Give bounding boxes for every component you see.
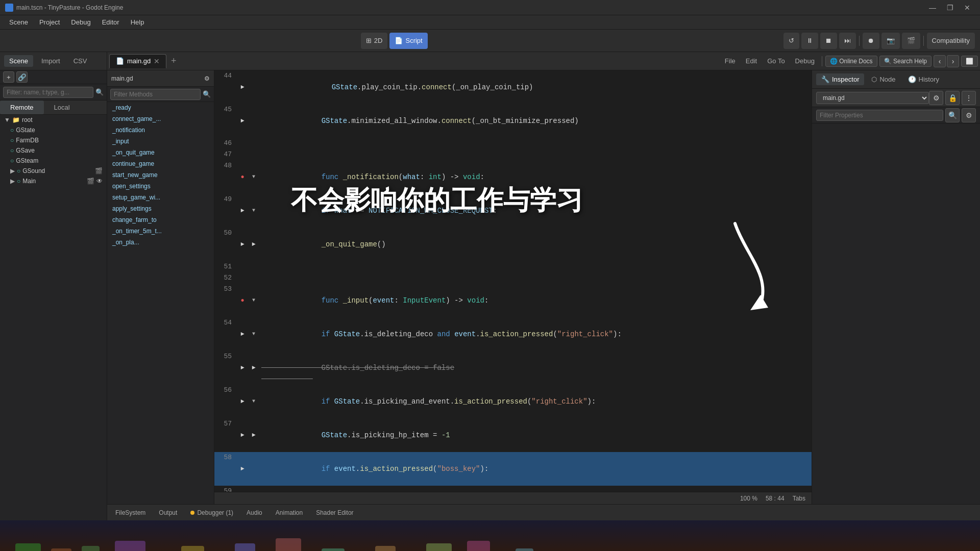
menu-editor[interactable]: Editor [97, 17, 125, 28]
reload-button[interactable]: ↺ [783, 33, 799, 49]
maximize-button[interactable]: ❐ [942, 0, 958, 15]
online-docs-button[interactable]: 🌐 Online Docs [825, 56, 877, 67]
bottom-tab-animation[interactable]: Animation [270, 507, 309, 518]
bottom-tab-debugger[interactable]: Debugger (1) [184, 507, 239, 518]
fold-56[interactable] [248, 385, 259, 418]
tree-item-root[interactable]: ▼ 📁 root [0, 115, 107, 125]
inspector-settings-icon[interactable]: ⚙ [929, 91, 943, 105]
code-line-58: 58 ► if event.is_action_pressed("boss_ke… [214, 452, 812, 486]
title-bar-controls[interactable]: — ❐ ✕ [925, 0, 975, 15]
methods-settings-icon[interactable]: ⚙ [204, 75, 210, 82]
edit-menu[interactable]: Edit [742, 56, 761, 66]
method-timer-5m[interactable]: _on_timer_5m_t... [107, 226, 214, 237]
menu-project[interactable]: Project [34, 17, 65, 28]
tree-item-farmdb[interactable]: ○ FarmDB [0, 135, 107, 145]
minimize-button[interactable]: — [925, 0, 940, 15]
node-icon-r: ⬡ [871, 76, 877, 83]
tab-inspector[interactable]: 🔧 Inspector [816, 73, 864, 85]
nav-next-button[interactable]: › [947, 55, 959, 67]
tree-item-label: GSound [22, 167, 45, 174]
title-bar: main.tscn - TinyPasture - Godot Engine —… [0, 0, 980, 15]
method-notification[interactable]: _notification [107, 124, 214, 136]
bottom-tab-output[interactable]: Output [153, 507, 183, 518]
2d-mode-button[interactable]: ⊞ 2D [361, 33, 388, 49]
search-help-button[interactable]: 🔍 Search Help [879, 56, 932, 67]
bottom-tab-audio[interactable]: Audio [240, 507, 268, 518]
fold-49[interactable] [248, 194, 259, 228]
inspector-more-icon[interactable]: ⋮ [962, 91, 976, 105]
scene-filter-input[interactable] [3, 87, 93, 98]
code-editor: 不会影响你的工作与学习 44 ► GState.play_coin_tip [214, 70, 812, 504]
methods-search: 🔍 [107, 87, 214, 102]
screenshot-button[interactable]: 📷 [881, 33, 900, 49]
tree-item-gstate[interactable]: ○ GState [0, 125, 107, 135]
add-tab-button[interactable]: + [167, 55, 180, 67]
fold-54[interactable] [248, 317, 259, 351]
fold-53[interactable] [248, 284, 259, 317]
tree-item-gsound[interactable]: ▶ ○ GSound 🎬 [0, 166, 107, 176]
file-menu[interactable]: File [721, 56, 740, 66]
bottom-tab-filesystem[interactable]: FileSystem [109, 507, 152, 518]
indent-mode: Tabs [793, 495, 805, 502]
tree-item-main[interactable]: ▶ ○ Main 🎬 👁 [0, 176, 107, 186]
method-setup-game[interactable]: setup_game_wi... [107, 192, 214, 203]
camera-button[interactable]: 🎬 [902, 33, 920, 49]
audio-label: Audio [247, 509, 262, 516]
breakpoint-53[interactable]: ● [237, 284, 248, 317]
method-on-pla[interactable]: _on_pla... [107, 237, 214, 248]
debug-menu[interactable]: Debug [791, 56, 819, 66]
tab-close-button[interactable]: ✕ [154, 57, 160, 65]
node-selector[interactable]: main.gd [816, 92, 929, 104]
node-icon: ○ [17, 178, 20, 185]
method-open-settings[interactable]: open_settings [107, 181, 214, 192]
tree-item-gsteam[interactable]: ○ GSteam [0, 156, 107, 166]
goto-menu[interactable]: Go To [763, 56, 789, 66]
link-button[interactable]: 🔗 [16, 71, 28, 83]
menu-scene[interactable]: Scene [4, 17, 33, 28]
add-node-button[interactable]: + [3, 71, 14, 83]
fold-48[interactable] [248, 160, 259, 194]
close-button[interactable]: ✕ [960, 0, 975, 15]
pause-button[interactable]: ⏸ [801, 33, 818, 49]
method-change-farm[interactable]: change_farm_to [107, 214, 214, 226]
tab-local[interactable]: Local [44, 101, 80, 114]
sprite-6 [235, 543, 255, 551]
code-content[interactable]: 44 ► GState.play_coin_tip.connect(_on_pl… [214, 70, 812, 492]
methods-filter-input[interactable] [110, 89, 201, 100]
sprite-8 [322, 548, 345, 551]
method-input[interactable]: _input [107, 136, 214, 147]
tree-item-gsave[interactable]: ○ GSave [0, 145, 107, 156]
stop-button[interactable]: ⏹ [820, 33, 837, 49]
bottom-tab-shader[interactable]: Shader Editor [310, 507, 359, 518]
tab-csv[interactable]: CSV [68, 55, 92, 67]
method-quit-game[interactable]: _on_quit_game [107, 147, 214, 158]
filter-options-icon[interactable]: ⚙ [962, 108, 976, 122]
filter-search-icon[interactable]: 🔍 [945, 108, 960, 122]
tab-history[interactable]: 🕐 History [903, 73, 944, 85]
breakpoint-48[interactable]: ● [237, 160, 248, 194]
tab-import[interactable]: Import [36, 55, 65, 67]
expand-button[interactable]: ⬜ [961, 56, 978, 67]
method-apply-settings[interactable]: apply_settings [107, 203, 214, 214]
tab-remote[interactable]: Remote [0, 101, 44, 114]
code-line-55: 55 ► ► GState.is_deleting_deco = false [214, 351, 812, 385]
fold-45 [248, 104, 259, 138]
script-mode-button[interactable]: 📄 Script [389, 33, 427, 49]
bottom-tabs-bar: FileSystem Output Debugger (1) Audio Ani… [107, 504, 980, 520]
compatibility-button[interactable]: Compatibility [927, 33, 975, 49]
inspector-lock-icon[interactable]: 🔒 [945, 91, 960, 105]
menu-debug[interactable]: Debug [66, 17, 95, 28]
methods-file-label: main.gd [111, 75, 133, 82]
filter-properties-input[interactable] [816, 110, 943, 121]
method-ready[interactable]: _ready [107, 102, 214, 113]
step-button[interactable]: ⏭ [839, 33, 856, 49]
nav-prev-button[interactable]: ‹ [934, 55, 946, 67]
tab-node[interactable]: ⬡ Node [866, 73, 900, 85]
menu-help[interactable]: Help [126, 17, 150, 28]
method-start-new-game[interactable]: start_new_game [107, 169, 214, 181]
tab-scene[interactable]: Scene [4, 55, 33, 67]
method-continue-game[interactable]: continue_game [107, 158, 214, 169]
script-tab-main-gd[interactable]: 📄 main.gd ✕ [109, 54, 166, 68]
method-connect-game[interactable]: connect_game_... [107, 113, 214, 124]
record-button[interactable]: ⏺ [863, 33, 879, 49]
